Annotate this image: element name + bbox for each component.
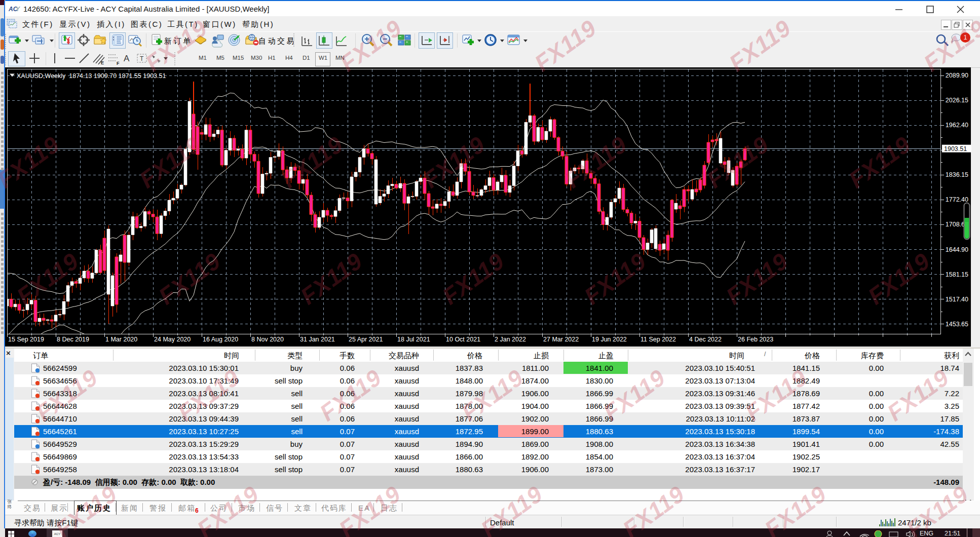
svg-text:2089.90: 2089.90	[946, 72, 968, 79]
svg-text:19 Jun 2022: 19 Jun 2022	[592, 336, 627, 343]
svg-text:XAUUSD,Weekly 1874.13 1909.70: XAUUSD,Weekly 1874.13 1909.70 1871.55 19…	[17, 72, 166, 80]
svg-text:11 Sep 2022: 11 Sep 2022	[640, 336, 676, 343]
svg-text:1772.40: 1772.40	[946, 196, 968, 203]
svg-text:8 Dec 2019: 8 Dec 2019	[57, 336, 89, 343]
svg-text:18 Jul 2021: 18 Jul 2021	[397, 336, 430, 343]
svg-text:16 Aug 2020: 16 Aug 2020	[203, 336, 238, 343]
svg-text:4 Dec 2022: 4 Dec 2022	[689, 336, 722, 343]
svg-text:1581.15: 1581.15	[946, 271, 968, 278]
svg-text:24 May 2020: 24 May 2020	[154, 336, 191, 343]
svg-text:2026.15: 2026.15	[946, 97, 968, 104]
svg-text:26 Feb 2023: 26 Feb 2023	[738, 336, 773, 343]
svg-text:15 Sep 2019: 15 Sep 2019	[8, 336, 44, 343]
svg-text:2 Jan 2022: 2 Jan 2022	[495, 336, 526, 343]
svg-text:31 Jan 2021: 31 Jan 2021	[300, 336, 335, 343]
svg-text:F: F	[117, 61, 120, 65]
svg-text:10 Oct 2021: 10 Oct 2021	[446, 336, 480, 343]
svg-text:1836.15: 1836.15	[946, 171, 968, 178]
svg-text:27 Mar 2022: 27 Mar 2022	[543, 336, 579, 343]
svg-text:E: E	[101, 60, 104, 65]
svg-text:8 Nov 2020: 8 Nov 2020	[251, 336, 284, 343]
svg-text:25 Apr 2021: 25 Apr 2021	[349, 336, 383, 343]
svg-text:1644.90: 1644.90	[946, 246, 968, 253]
svg-text:1453.65: 1453.65	[946, 321, 968, 328]
svg-text:1517.40: 1517.40	[946, 296, 968, 303]
svg-text:1903.51: 1903.51	[944, 145, 967, 152]
svg-text:1962.40: 1962.40	[946, 122, 968, 129]
svg-text:Y: Y	[16, 6, 20, 12]
svg-text:1 Mar 2020: 1 Mar 2020	[105, 336, 137, 343]
